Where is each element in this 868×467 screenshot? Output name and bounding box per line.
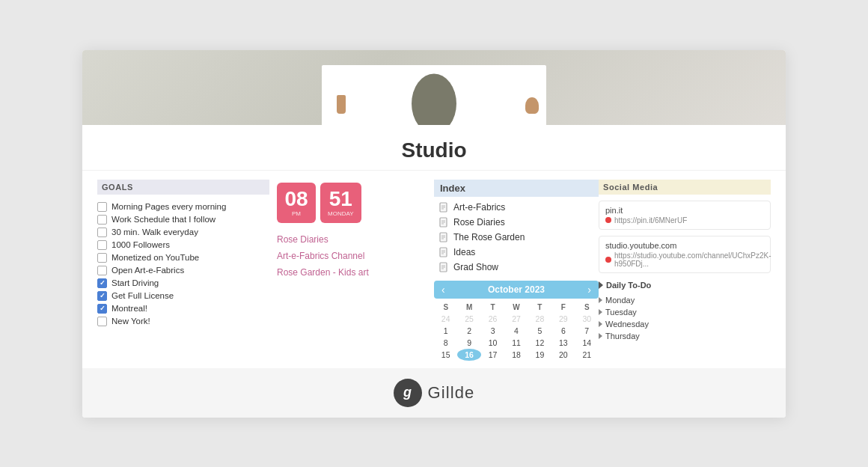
goal-checkbox[interactable] bbox=[97, 304, 107, 314]
link-anchor[interactable]: Rose Diaries bbox=[277, 234, 328, 245]
link-item: Art-e-Fabrics Channel bbox=[277, 248, 427, 262]
goal-checkbox[interactable] bbox=[97, 291, 107, 301]
goal-label: 30 min. Walk everyday bbox=[111, 228, 198, 236]
goal-item[interactable]: Work Schedule that I follow bbox=[97, 213, 269, 226]
calendar-day[interactable]: 27 bbox=[504, 313, 528, 325]
url-dot-icon bbox=[605, 257, 611, 263]
calendar-day-header: W bbox=[504, 302, 528, 313]
calendar-day[interactable]: 2 bbox=[457, 325, 480, 337]
calendar-day[interactable]: 6 bbox=[551, 325, 575, 337]
index-item[interactable]: Ideas bbox=[434, 245, 599, 260]
calendar-day[interactable]: 8 bbox=[434, 337, 457, 349]
calendar-day[interactable]: 28 bbox=[528, 313, 551, 325]
link-anchor[interactable]: Art-e-Fabrics Channel bbox=[277, 251, 364, 261]
calendar-prev-button[interactable]: ‹ bbox=[440, 284, 447, 296]
index-list: Art-e-FabricsRose DiariesThe Rose Garden… bbox=[434, 200, 599, 275]
goal-item[interactable]: Start Driving bbox=[97, 277, 269, 290]
todo-day-item[interactable]: Wednesday bbox=[599, 318, 771, 330]
calendar-day[interactable]: 10 bbox=[481, 337, 504, 349]
goal-item[interactable]: Get Full License bbox=[97, 290, 269, 302]
calendar-day[interactable]: 12 bbox=[528, 337, 551, 349]
todo-day-item[interactable]: Thursday bbox=[599, 330, 771, 342]
goal-item[interactable]: Monetized on YouTube bbox=[97, 251, 269, 264]
calendar-body: 2425262728293012345678910111213141516171… bbox=[434, 313, 599, 361]
link-list: Rose DiariesArt-e-Fabrics ChannelRose Ga… bbox=[277, 232, 427, 278]
social-title: Social Media bbox=[599, 180, 771, 195]
social-site: studio.youtube.com bbox=[605, 241, 764, 250]
social-url[interactable]: https://pin.it/6MNerUF bbox=[605, 216, 764, 225]
index-item[interactable]: Art-e-Fabrics bbox=[434, 200, 599, 215]
calendar-day[interactable]: 19 bbox=[528, 349, 551, 361]
social-list: pin.it https://pin.it/6MNerUF studio.you… bbox=[599, 201, 771, 273]
document-icon bbox=[438, 217, 449, 228]
social-url[interactable]: https://studio.youtube.com/channel/UChxP… bbox=[605, 251, 764, 268]
goal-label: Open Art-e-Fabrics bbox=[111, 266, 184, 275]
clock-minutes: 51 MONDAY bbox=[320, 183, 361, 223]
goal-item[interactable]: Morning Pages every morning bbox=[97, 201, 269, 213]
calendar-day[interactable]: 29 bbox=[551, 313, 575, 325]
document-icon bbox=[438, 232, 449, 242]
goal-checkbox[interactable] bbox=[97, 253, 107, 263]
calendar-day[interactable]: 5 bbox=[528, 325, 551, 337]
daily-todo-title: Daily To-Do bbox=[599, 281, 771, 290]
goal-checkbox[interactable] bbox=[97, 202, 107, 212]
page-wrapper: Studio GOALS Morning Pages every morning… bbox=[82, 50, 786, 418]
index-item[interactable]: Rose Diaries bbox=[434, 215, 599, 230]
calendar-day[interactable]: 14 bbox=[575, 337, 599, 349]
calendar-day[interactable]: 11 bbox=[504, 337, 528, 349]
goal-item[interactable]: Montreal! bbox=[97, 302, 269, 315]
goal-checkbox[interactable] bbox=[97, 278, 107, 288]
link-anchor[interactable]: Rose Garden - Kids art bbox=[277, 267, 369, 278]
todo-expand-icon bbox=[599, 333, 602, 339]
calendar-day-header: T bbox=[528, 302, 551, 313]
calendar-day[interactable]: 9 bbox=[457, 337, 480, 349]
document-icon bbox=[438, 262, 449, 272]
index-item[interactable]: The Rose Garden bbox=[434, 230, 599, 245]
goal-item[interactable]: New York! bbox=[97, 315, 269, 328]
goal-checkbox[interactable] bbox=[97, 215, 107, 225]
calendar-day[interactable]: 24 bbox=[434, 313, 457, 325]
calendar-day[interactable]: 20 bbox=[551, 349, 575, 361]
todo-day-item[interactable]: Tuesday bbox=[599, 306, 771, 318]
todo-day-item[interactable]: Monday bbox=[599, 294, 771, 306]
todo-triangle-icon bbox=[599, 281, 603, 289]
link-item: Rose Diaries bbox=[277, 232, 427, 245]
clock-hours: 08 PM bbox=[277, 183, 316, 223]
goal-item[interactable]: Open Art-e-Fabrics bbox=[97, 264, 269, 277]
calendar-day[interactable]: 1 bbox=[434, 325, 457, 337]
footer-logo: g bbox=[394, 379, 422, 407]
calendar-day[interactable]: 3 bbox=[481, 325, 504, 337]
goal-checkbox[interactable] bbox=[97, 317, 107, 326]
calendar-head: SMTWTFS bbox=[434, 302, 599, 313]
goal-checkbox[interactable] bbox=[97, 266, 107, 275]
goal-label: Montreal! bbox=[111, 304, 147, 313]
todo-expand-icon bbox=[599, 309, 602, 315]
calendar-day[interactable]: 13 bbox=[551, 337, 575, 349]
calendar-next-button[interactable]: › bbox=[586, 284, 593, 296]
calendar-day[interactable]: 18 bbox=[504, 349, 528, 361]
calendar-day[interactable]: 25 bbox=[457, 313, 480, 325]
goal-checkbox[interactable] bbox=[97, 240, 107, 250]
goals-title: GOALS bbox=[97, 180, 269, 195]
index-item-label: The Rose Garden bbox=[453, 232, 525, 242]
calendar-day[interactable]: 17 bbox=[481, 349, 504, 361]
calendar-day[interactable]: 26 bbox=[481, 313, 504, 325]
goal-label: Work Schedule that I follow bbox=[111, 215, 216, 224]
calendar-day[interactable]: 7 bbox=[575, 325, 599, 337]
social-card: pin.it https://pin.it/6MNerUF bbox=[599, 201, 771, 230]
calendar-day[interactable]: 21 bbox=[575, 349, 599, 361]
index-item[interactable]: Grad Show bbox=[434, 260, 599, 275]
calendar-day-header: M bbox=[457, 302, 480, 313]
footer: g Gillde bbox=[82, 368, 786, 418]
goal-checkbox[interactable] bbox=[97, 228, 107, 237]
calendar-day[interactable]: 16 bbox=[457, 349, 480, 361]
social-site: pin.it bbox=[605, 206, 764, 215]
goal-item[interactable]: 30 min. Walk everyday bbox=[97, 226, 269, 239]
calendar-day[interactable]: 4 bbox=[504, 325, 528, 337]
goal-item[interactable]: 1000 Followers bbox=[97, 239, 269, 251]
hero-image bbox=[82, 50, 786, 125]
index-item-label: Rose Diaries bbox=[453, 217, 505, 228]
calendar-day[interactable]: 30 bbox=[575, 313, 599, 325]
index-item-label: Art-e-Fabrics bbox=[453, 202, 505, 213]
calendar-day[interactable]: 15 bbox=[434, 349, 457, 361]
